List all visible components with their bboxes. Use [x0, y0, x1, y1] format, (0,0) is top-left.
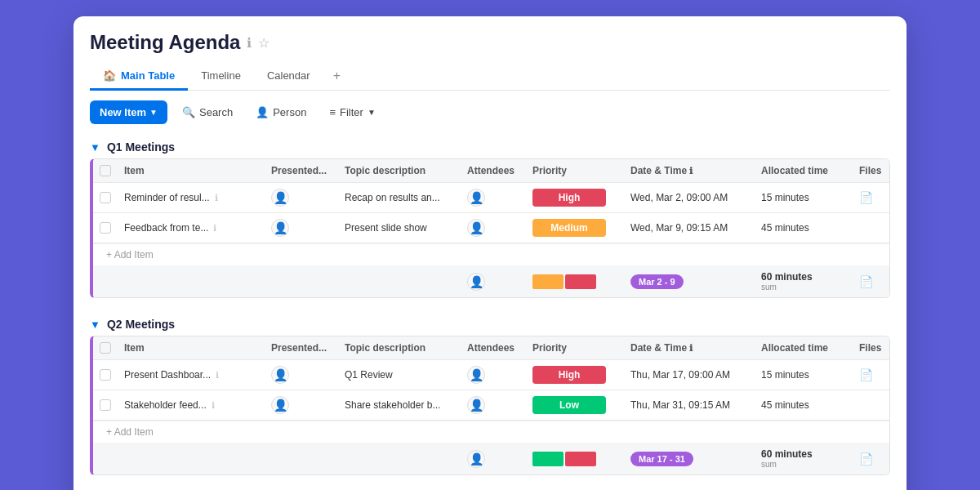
- cell-allocated: 15 minutes: [755, 186, 853, 209]
- cell-priority[interactable]: High: [526, 183, 624, 212]
- cell-files: [853, 399, 890, 411]
- row-checkbox[interactable]: [100, 192, 111, 203]
- summary-date-range: Mar 2 - 9: [624, 269, 755, 295]
- select-all-checkbox[interactable]: [100, 165, 111, 176]
- cell-files: 📄: [853, 363, 890, 387]
- col-allocated: Allocated time: [755, 159, 853, 182]
- tab-timeline[interactable]: Timeline: [188, 63, 254, 91]
- col-topic: Topic description: [338, 159, 461, 182]
- search-icon: 🔍: [182, 106, 195, 118]
- search-button[interactable]: 🔍 Search: [174, 101, 241, 123]
- tab-calendar[interactable]: Calendar: [254, 63, 323, 91]
- cell-priority[interactable]: Low: [526, 390, 624, 420]
- col-topic: Topic description: [338, 336, 461, 359]
- bar-high: [565, 274, 596, 289]
- cell-attendees: 👤: [461, 360, 526, 390]
- cell-item[interactable]: Feedback from te... ℹ: [118, 216, 265, 239]
- q2-collapse-icon[interactable]: ▼: [90, 318, 100, 331]
- cell-attendees: 👤: [461, 183, 526, 212]
- cell-topic: Present slide show: [338, 216, 461, 239]
- presented-avatar: 👤: [271, 219, 289, 237]
- attendee-avatar: 👤: [467, 366, 485, 384]
- bar-medium: [532, 274, 564, 289]
- col-presented: Presented...: [265, 159, 338, 182]
- row-checkbox[interactable]: [100, 399, 111, 411]
- q2-section-header: ▼ Q2 Meetings: [90, 311, 890, 336]
- cell-item[interactable]: Stakeholder feed... ℹ: [118, 394, 265, 416]
- summary-attendee: 👤: [461, 444, 526, 474]
- cell-allocated: 45 minutes: [755, 216, 853, 239]
- select-all-checkbox[interactable]: [100, 342, 111, 354]
- cell-datetime: Thu, Mar 31, 09:15 AM: [624, 394, 755, 416]
- cell-presented: 👤: [265, 390, 338, 420]
- row-checkbox[interactable]: [100, 369, 111, 381]
- tabs-row: 🏠 Main Table Timeline Calendar +: [90, 62, 890, 91]
- col-files: Files: [853, 336, 890, 359]
- cell-allocated: 15 minutes: [755, 363, 853, 386]
- title-row: Meeting Agenda ℹ ☆: [90, 31, 890, 54]
- chevron-down-icon: ▼: [368, 108, 376, 117]
- person-icon: 👤: [256, 106, 269, 118]
- cell-topic: Share stakeholder b...: [338, 394, 461, 416]
- bar-high: [565, 452, 596, 466]
- row-info-icon: ℹ: [213, 223, 216, 234]
- add-item-button[interactable]: + Add Item: [93, 243, 889, 265]
- row-checkbox[interactable]: [100, 222, 111, 234]
- col-presented: Presented...: [265, 336, 338, 359]
- priority-badge: Medium: [532, 219, 606, 237]
- col-attendees: Attendees: [461, 159, 526, 182]
- attendee-avatar: 👤: [467, 219, 485, 237]
- q2-table-header: Item Presented... Topic description Atte…: [93, 336, 889, 360]
- presented-avatar: 👤: [271, 189, 289, 207]
- col-attendees: Attendees: [461, 336, 526, 359]
- info-icon[interactable]: ℹ: [247, 35, 252, 51]
- cell-presented: 👤: [265, 213, 338, 243]
- col-allocated: Allocated time: [755, 336, 853, 359]
- row-info-icon: ℹ: [216, 370, 219, 381]
- col-item: Item: [118, 159, 265, 182]
- filter-button[interactable]: ≡ Filter ▼: [321, 101, 383, 123]
- table-row: Reminder of resul... ℹ 👤 Recap on result…: [93, 183, 889, 213]
- q1-section-header: ▼ Q1 Meetings: [90, 134, 890, 158]
- summary-priority-bar: [526, 269, 624, 295]
- summary-date-range: Mar 17 - 31: [624, 446, 755, 472]
- cell-files: [853, 222, 890, 234]
- home-icon: 🏠: [103, 69, 116, 82]
- q1-collapse-icon[interactable]: ▼: [90, 141, 100, 154]
- col-item: Item: [118, 336, 265, 359]
- filter-icon: ≡: [329, 106, 336, 118]
- star-icon[interactable]: ☆: [258, 35, 270, 51]
- col-files: Files: [853, 159, 890, 182]
- cell-attendees: 👤: [461, 390, 526, 420]
- file-icon: 📄: [859, 368, 873, 381]
- presented-avatar: 👤: [271, 366, 289, 384]
- summary-allocated: 60 minutes sum: [755, 443, 853, 474]
- person-button[interactable]: 👤 Person: [247, 101, 314, 123]
- cell-allocated: 45 minutes: [755, 394, 853, 416]
- new-item-button[interactable]: New Item ▼: [90, 100, 167, 124]
- priority-badge: High: [532, 189, 606, 207]
- chevron-down-icon: ▼: [149, 108, 158, 117]
- tab-main-table[interactable]: 🏠 Main Table: [90, 63, 188, 91]
- summary-files: 📄: [853, 447, 890, 471]
- cell-attendees: 👤: [461, 213, 526, 243]
- cell-item[interactable]: Present Dashboar... ℹ: [118, 363, 265, 386]
- cell-topic: Q1 Review: [338, 363, 461, 386]
- add-item-button[interactable]: + Add Item: [93, 421, 889, 443]
- cell-datetime: Thu, Mar 17, 09:00 AM: [624, 363, 755, 386]
- bar-low: [532, 452, 564, 466]
- row-info-icon: ℹ: [212, 400, 215, 411]
- app-container: Meeting Agenda ℹ ☆ 🏠 Main Table Timeline…: [74, 16, 906, 490]
- tab-add-button[interactable]: +: [323, 62, 350, 90]
- q1-section-title: Q1 Meetings: [107, 140, 175, 154]
- col-priority: Priority: [526, 159, 624, 182]
- q2-section: ▼ Q2 Meetings Item Presented... Topic de…: [90, 311, 890, 475]
- priority-badge: High: [532, 366, 606, 384]
- summary-avatar: 👤: [467, 450, 485, 468]
- cell-item[interactable]: Reminder of resul... ℹ: [118, 186, 265, 209]
- summary-avatar: 👤: [467, 273, 485, 291]
- cell-priority[interactable]: Medium: [526, 213, 624, 243]
- cell-priority[interactable]: High: [526, 360, 624, 390]
- summary-allocated: 60 minutes sum: [755, 265, 853, 297]
- q1-section: ▼ Q1 Meetings Item Presented... Topic de…: [90, 134, 890, 298]
